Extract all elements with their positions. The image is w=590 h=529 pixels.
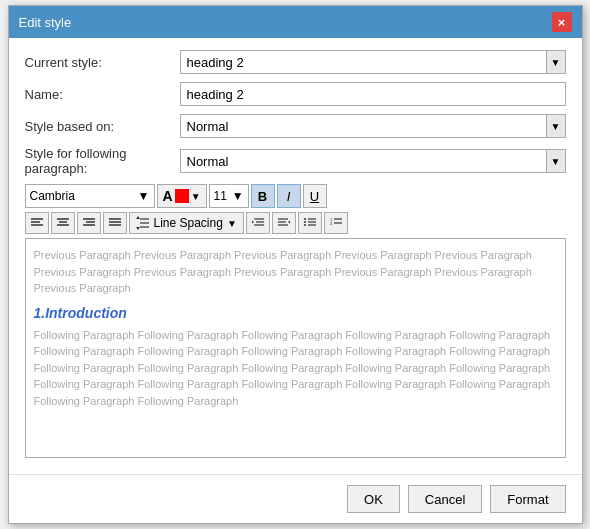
list-unordered-button[interactable]	[298, 212, 322, 234]
indent-increase-icon	[252, 216, 264, 230]
dialog-footer: OK Cancel Format	[9, 474, 582, 523]
font-name-value: Cambria	[30, 189, 75, 203]
color-arrow: ▼	[191, 191, 201, 202]
justify-button[interactable]	[103, 212, 127, 234]
svg-point-27	[304, 221, 306, 223]
color-indicator	[175, 189, 189, 203]
style-following-arrow[interactable]: ▼	[546, 149, 566, 173]
svg-marker-16	[136, 227, 140, 230]
underline-button[interactable]: U	[303, 184, 327, 208]
align-center-icon	[57, 217, 69, 229]
dialog-content: Current style: heading 2 ▼ Name: Style b…	[9, 38, 582, 474]
current-style-row: Current style: heading 2 ▼	[25, 50, 566, 74]
font-size-dropdown[interactable]: 11 ▼	[209, 184, 249, 208]
format-button[interactable]: Format	[490, 485, 565, 513]
name-row: Name:	[25, 82, 566, 106]
svg-point-25	[304, 218, 306, 220]
indent-decrease-button[interactable]	[272, 212, 296, 234]
style-based-label: Style based on:	[25, 119, 180, 134]
italic-icon: I	[287, 189, 291, 204]
current-style-arrow[interactable]: ▼	[546, 50, 566, 74]
style-based-value: Normal	[180, 114, 546, 138]
justify-icon	[109, 217, 121, 229]
align-right-button[interactable]	[77, 212, 101, 234]
svg-point-29	[304, 224, 306, 226]
svg-text:2.: 2.	[330, 221, 333, 226]
toolbar-row-1: Cambria ▼ A ▼ 11 ▼ B I	[25, 184, 566, 208]
edit-style-dialog: Edit style × Current style: heading 2 ▼ …	[8, 5, 583, 524]
style-following-label: Style for following paragraph:	[25, 146, 180, 176]
current-style-select[interactable]: heading 2 ▼	[180, 50, 566, 74]
name-input[interactable]	[180, 82, 566, 106]
current-style-value: heading 2	[180, 50, 546, 74]
align-center-button[interactable]	[51, 212, 75, 234]
indent-increase-button[interactable]	[246, 212, 270, 234]
heading-preview: 1.Introduction	[34, 305, 557, 321]
line-spacing-icon	[136, 216, 150, 230]
style-based-select[interactable]: Normal ▼	[180, 114, 566, 138]
dialog-title: Edit style	[19, 15, 72, 30]
letter-a-icon: A	[163, 188, 173, 204]
style-based-arrow[interactable]: ▼	[546, 114, 566, 138]
italic-button[interactable]: I	[277, 184, 301, 208]
style-following-row: Style for following paragraph: Normal ▼	[25, 146, 566, 176]
following-paragraph-text: Following Paragraph Following Paragraph …	[34, 327, 557, 410]
close-button[interactable]: ×	[552, 12, 572, 32]
toolbar-row-2: Line Spacing ▼	[25, 212, 566, 234]
line-spacing-label: Line Spacing	[154, 216, 223, 230]
svg-marker-20	[252, 221, 254, 224]
list-unordered-icon	[304, 216, 316, 230]
align-left-icon	[31, 217, 43, 229]
svg-marker-15	[136, 216, 140, 219]
font-name-arrow: ▼	[138, 189, 150, 203]
line-spacing-arrow: ▼	[227, 218, 237, 229]
svg-marker-24	[288, 221, 290, 224]
line-spacing-button[interactable]: Line Spacing ▼	[129, 212, 244, 234]
font-color-button[interactable]: A ▼	[157, 184, 207, 208]
bold-button[interactable]: B	[251, 184, 275, 208]
list-ordered-icon: 1.2.	[330, 216, 342, 230]
indent-decrease-icon	[278, 216, 290, 230]
font-size-arrow: ▼	[232, 189, 244, 203]
preview-area: Previous Paragraph Previous Paragraph Pr…	[25, 238, 566, 458]
cancel-button[interactable]: Cancel	[408, 485, 482, 513]
font-name-dropdown[interactable]: Cambria ▼	[25, 184, 155, 208]
title-bar: Edit style ×	[9, 6, 582, 38]
style-based-row: Style based on: Normal ▼	[25, 114, 566, 138]
list-ordered-button[interactable]: 1.2.	[324, 212, 348, 234]
ok-button[interactable]: OK	[347, 485, 400, 513]
align-right-icon	[83, 217, 95, 229]
font-size-value: 11	[214, 189, 227, 203]
underline-icon: U	[310, 189, 319, 204]
style-following-select[interactable]: Normal ▼	[180, 149, 566, 173]
style-following-value: Normal	[180, 149, 546, 173]
current-style-label: Current style:	[25, 55, 180, 70]
name-label: Name:	[25, 87, 180, 102]
heading-text: 1.Introduction	[34, 305, 127, 321]
bold-icon: B	[258, 189, 267, 204]
align-left-button[interactable]	[25, 212, 49, 234]
previous-paragraph-text: Previous Paragraph Previous Paragraph Pr…	[34, 247, 557, 297]
